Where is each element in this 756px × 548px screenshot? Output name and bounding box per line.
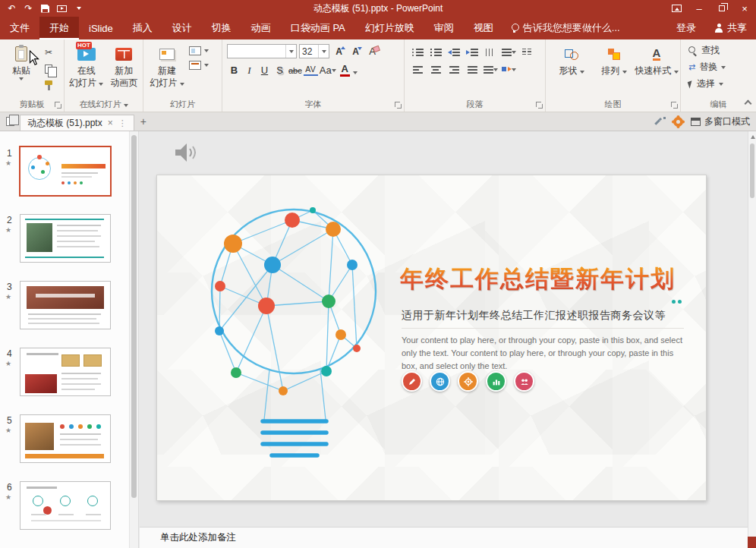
- ribbon-display-options-button[interactable]: [665, 0, 688, 17]
- start-slideshow-button[interactable]: [54, 1, 70, 16]
- slide-thumbnail-selected[interactable]: [19, 146, 112, 197]
- tab-menu-icon[interactable]: ⋮: [118, 118, 127, 128]
- share-button[interactable]: 共享: [705, 17, 756, 39]
- font-size-input[interactable]: [300, 45, 318, 58]
- bold-button[interactable]: B: [227, 63, 241, 77]
- slide-body-text[interactable]: Your content to play here, or through yo…: [402, 334, 685, 373]
- change-case-button[interactable]: Aa: [319, 63, 337, 77]
- underline-button[interactable]: U: [257, 63, 272, 77]
- multi-window-mode-button[interactable]: 多窗口模式: [691, 115, 750, 128]
- distribute-button[interactable]: [482, 62, 499, 77]
- thumbnail-scrollbar[interactable]: [129, 131, 139, 548]
- notes-pane[interactable]: 单击此处添加备注: [140, 527, 748, 548]
- select-button[interactable]: 选择: [688, 77, 756, 91]
- copy-button[interactable]: [40, 61, 57, 76]
- gear-icon[interactable]: [673, 117, 683, 127]
- close-tab-icon[interactable]: ×: [108, 118, 113, 128]
- paragraph-dialog-launcher[interactable]: [536, 102, 543, 109]
- tell-me-box[interactable]: 告诉我您想要做什么...: [503, 17, 628, 39]
- format-painter-button[interactable]: [40, 78, 57, 93]
- slide-thumbnail[interactable]: [20, 348, 111, 396]
- text-shadow-button[interactable]: S: [272, 63, 287, 77]
- bar-chart-icon[interactable]: [486, 371, 506, 392]
- slide-canvas[interactable]: 年终工作总结暨新年计划 适用于新年计划年终总结工作汇报述职报告商务会议等 You…: [156, 175, 707, 501]
- text-direction-button[interactable]: [482, 45, 499, 59]
- increase-font-button[interactable]: A: [332, 44, 346, 58]
- quick-styles-button[interactable]: A 快速样式: [637, 42, 676, 99]
- tab-insert[interactable]: 插入: [123, 17, 162, 39]
- sign-in-button[interactable]: 登录: [667, 17, 705, 39]
- tab-view[interactable]: 视图: [464, 17, 503, 39]
- clear-formatting-button[interactable]: A: [365, 44, 380, 58]
- strikethrough-button[interactable]: abc: [288, 63, 303, 77]
- tab-islide[interactable]: iSlide: [79, 17, 123, 39]
- find-button[interactable]: 查找: [688, 43, 756, 58]
- paste-button[interactable]: 粘贴: [4, 42, 39, 99]
- character-spacing-button[interactable]: AV: [304, 65, 318, 76]
- minimize-button[interactable]: –: [688, 0, 710, 17]
- drawing-dialog-launcher[interactable]: [671, 102, 678, 109]
- save-button[interactable]: [37, 1, 53, 16]
- tab-home[interactable]: 开始: [39, 17, 79, 39]
- cut-button[interactable]: ✂: [40, 45, 57, 59]
- slide-thumbnail[interactable]: [20, 281, 111, 329]
- audio-speaker-object[interactable]: [174, 142, 198, 163]
- align-left-button[interactable]: [409, 62, 426, 77]
- bullets-button[interactable]: [409, 45, 426, 59]
- tab-list-button[interactable]: [0, 112, 20, 131]
- clipboard-dialog-launcher[interactable]: [55, 102, 61, 109]
- font-name-combo[interactable]: [227, 44, 297, 58]
- reset-button[interactable]: [189, 61, 209, 70]
- tab-slideshow[interactable]: 幻灯片放映: [355, 17, 424, 39]
- new-tab-button[interactable]: +: [134, 112, 153, 131]
- font-color-button[interactable]: A: [338, 63, 352, 77]
- undo-button[interactable]: ↶: [4, 1, 20, 16]
- decrease-indent-button[interactable]: [446, 45, 462, 59]
- align-center-button[interactable]: [427, 62, 444, 77]
- scroll-up-arrow-icon[interactable]: [751, 135, 755, 139]
- tab-pocket-animation[interactable]: 口袋动画 PA: [281, 17, 355, 39]
- tab-review[interactable]: 审阅: [424, 17, 464, 39]
- main-scrollbar-thumb[interactable]: [750, 143, 754, 198]
- slide-thumbnail[interactable]: [20, 481, 111, 530]
- justify-button[interactable]: [464, 62, 480, 77]
- font-name-input[interactable]: [228, 45, 285, 58]
- tab-design[interactable]: 设计: [162, 17, 202, 39]
- numbering-button[interactable]: [427, 45, 444, 59]
- convert-smartart-button[interactable]: [500, 62, 517, 77]
- increase-indent-button[interactable]: [464, 45, 480, 59]
- line-spacing-button[interactable]: [500, 45, 517, 59]
- people-icon[interactable]: [514, 371, 534, 392]
- slide-subtitle[interactable]: 适用于新年计划年终总结工作汇报述职报告商务会议等: [402, 309, 666, 323]
- main-scrollbar[interactable]: [748, 131, 756, 548]
- redo-button[interactable]: ↷: [20, 1, 36, 16]
- customize-qat-button[interactable]: [71, 1, 87, 16]
- new-animation-page-button[interactable]: 新加 动画页: [107, 42, 142, 99]
- replace-button[interactable]: ⇄ 替换: [688, 60, 756, 74]
- font-dialog-launcher[interactable]: [395, 102, 402, 109]
- columns-button[interactable]: [518, 45, 535, 59]
- italic-button[interactable]: I: [242, 63, 257, 77]
- online-slides-button[interactable]: HOT 在线 幻灯片: [69, 42, 104, 99]
- tab-transitions[interactable]: 切换: [202, 17, 241, 39]
- close-button[interactable]: ×: [733, 0, 756, 17]
- slide-title[interactable]: 年终工作总结暨新年计划: [400, 263, 676, 295]
- slide-thumbnail[interactable]: [20, 414, 111, 463]
- align-right-button[interactable]: [446, 62, 462, 77]
- document-tab-active[interactable]: 动态模板 (51).pptx × ⋮: [20, 115, 134, 131]
- thumbnail-scrollbar-thumb[interactable]: [131, 135, 137, 498]
- decrease-font-button[interactable]: A: [348, 44, 363, 58]
- magic-wand-icon[interactable]: [656, 117, 666, 127]
- restore-button[interactable]: [710, 0, 733, 17]
- slide-thumbnail[interactable]: [20, 214, 111, 263]
- arrange-button[interactable]: 排列: [594, 42, 634, 99]
- tab-file[interactable]: 文件: [0, 17, 39, 39]
- shapes-button[interactable]: 形状: [552, 42, 591, 99]
- new-slide-button[interactable]: 新建 幻灯片: [150, 42, 184, 99]
- globe-icon[interactable]: [430, 371, 450, 392]
- tab-animations[interactable]: 动画: [241, 17, 281, 39]
- gear-icon[interactable]: [458, 371, 478, 392]
- font-size-combo[interactable]: [299, 44, 329, 58]
- layout-button[interactable]: [189, 46, 209, 55]
- pen-icon[interactable]: [402, 371, 422, 392]
